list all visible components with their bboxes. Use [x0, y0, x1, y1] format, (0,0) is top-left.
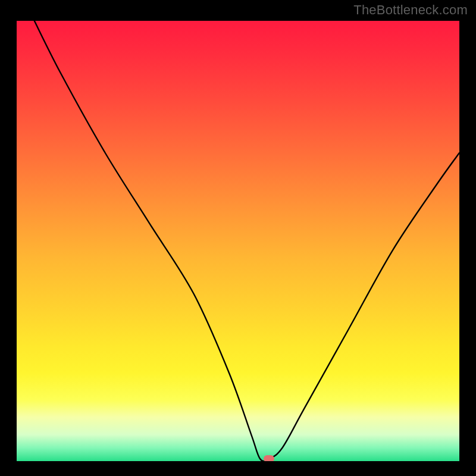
watermark-text: TheBottleneck.com	[353, 2, 468, 18]
plot-area	[17, 21, 459, 461]
optimal-point-marker	[264, 455, 274, 461]
bottleneck-curve	[17, 21, 459, 461]
chart-frame: TheBottleneck.com	[0, 0, 476, 476]
